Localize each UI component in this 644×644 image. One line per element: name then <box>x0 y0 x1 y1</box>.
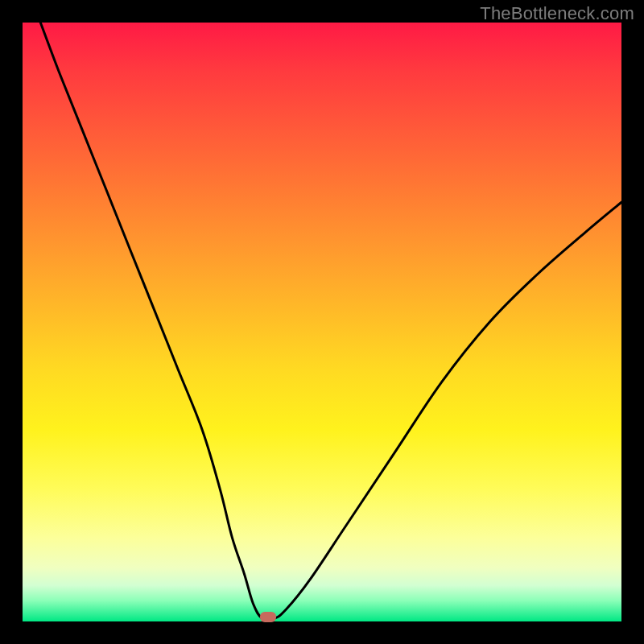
chart-frame: TheBottleneck.com <box>0 0 644 644</box>
plot-area <box>23 23 621 621</box>
watermark-label: TheBottleneck.com <box>480 3 634 24</box>
bottleneck-curve <box>23 23 621 621</box>
optimal-point-marker <box>260 612 276 622</box>
